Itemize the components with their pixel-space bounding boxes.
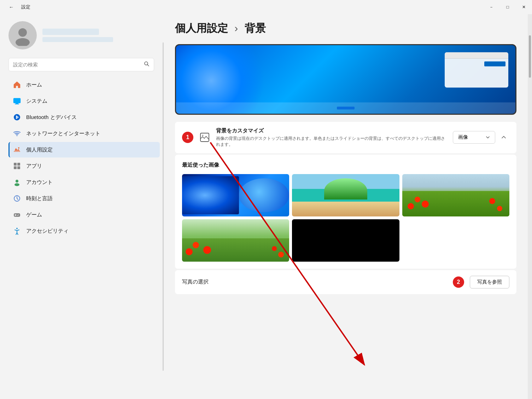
image-thumb-4[interactable]	[182, 219, 289, 262]
sidebar-item-label-network: ネットワークとインターネット	[26, 130, 100, 137]
svg-point-1	[16, 38, 30, 46]
sidebar-item-label-accounts: アカウント	[26, 179, 53, 186]
sidebar-item-label-gaming: ゲーム	[26, 212, 42, 218]
chevron-up-icon	[501, 135, 506, 140]
breadcrumb-parent: 個人用設定	[175, 22, 228, 34]
personalization-icon	[13, 145, 21, 154]
recent-images-section: 最近使った画像	[175, 155, 516, 269]
sidebar-item-system[interactable]: システム	[8, 93, 160, 109]
preview-window-titlebar	[445, 52, 508, 59]
image-thumb-1[interactable]	[182, 174, 289, 216]
dropdown-value: 画像	[458, 134, 468, 141]
svg-point-15	[14, 183, 19, 186]
background-row-text: 背景をカスタマイズ 画像の背景は現在のデスクトップに適用されます。単色またはスラ…	[216, 127, 447, 148]
scrollbar-thumb[interactable]	[529, 35, 531, 78]
svg-line-3	[147, 65, 149, 66]
sidebar-item-home[interactable]: ホーム	[8, 77, 160, 93]
sidebar-item-accessibility[interactable]: アクセシビリティ	[8, 223, 160, 239]
sidebar-item-bluetooth[interactable]: Bluetooth とデバイス	[8, 109, 160, 125]
browse-photos-button[interactable]: 写真を参照	[470, 276, 509, 288]
minimize-button[interactable]: －	[483, 0, 499, 14]
user-name	[42, 29, 99, 35]
photo-select-row: 写真の選択 2 写真を参照	[175, 270, 516, 294]
titlebar-title: 設定	[21, 4, 30, 10]
svg-point-9	[18, 147, 19, 149]
background-row-icon	[199, 132, 210, 143]
close-button[interactable]: ✕	[516, 0, 532, 14]
background-card: 1 背景をカスタマイズ 画像の背景は現在のデスクトップに適用されます。単色または…	[175, 122, 516, 153]
desktop-preview	[175, 44, 516, 115]
search-input[interactable]	[13, 62, 141, 67]
accounts-icon	[13, 178, 21, 186]
main-content: 個人用設定 › 背景 1	[164, 14, 528, 399]
svg-rect-13	[17, 166, 20, 169]
sidebar-item-apps[interactable]: アプリ	[8, 158, 160, 174]
annotation-2: 2	[453, 276, 464, 288]
sidebar-item-gaming[interactable]: ゲーム	[8, 207, 160, 222]
user-email	[42, 37, 113, 42]
preview-button	[484, 61, 505, 66]
sidebar-item-label-personalization: 個人用設定	[26, 147, 53, 153]
accessibility-icon	[13, 227, 21, 235]
sidebar-item-time[interactable]: 時刻と言語	[8, 191, 160, 206]
svg-point-22	[16, 228, 18, 229]
svg-rect-6	[15, 104, 19, 105]
photo-select-controls: 2 写真を参照	[453, 276, 509, 288]
preview-window	[445, 52, 508, 88]
user-profile	[8, 14, 163, 58]
sidebar-item-label-bluetooth: Bluetooth とデバイス	[26, 114, 77, 121]
svg-point-0	[18, 28, 27, 37]
background-controls: 画像	[453, 131, 509, 144]
time-icon	[13, 194, 21, 203]
sidebar: ホーム システム	[0, 14, 163, 399]
svg-point-8	[17, 135, 18, 136]
preview-taskbar	[176, 102, 515, 114]
svg-rect-4	[13, 98, 21, 103]
sidebar-item-label-system: システム	[26, 98, 47, 105]
sidebar-item-label-apps: アプリ	[26, 163, 42, 169]
sidebar-item-accounts[interactable]: アカウント	[8, 174, 160, 190]
home-icon	[13, 81, 21, 89]
system-icon	[13, 97, 21, 105]
taskbar-icon-1	[337, 107, 355, 109]
titlebar: ← 設定 － □ ✕	[0, 0, 532, 14]
back-button[interactable]: ←	[6, 1, 17, 13]
background-type-dropdown[interactable]: 画像	[453, 131, 495, 144]
scrollbar-track[interactable]	[528, 14, 532, 399]
sidebar-item-label-accessibility: アクセシビリティ	[26, 228, 69, 234]
background-row: 1 背景をカスタマイズ 画像の背景は現在のデスクトップに適用されます。単色または…	[175, 122, 516, 153]
svg-point-14	[16, 180, 18, 183]
image-thumb-2[interactable]	[292, 174, 399, 216]
network-icon	[13, 129, 21, 138]
preview-window-content	[445, 59, 508, 69]
svg-point-20	[18, 215, 19, 215]
image-grid	[182, 174, 509, 262]
user-info	[42, 29, 113, 42]
nav-section: ホーム システム	[8, 77, 163, 239]
preview-desktop-bg	[176, 45, 515, 114]
app-body: ホーム システム	[0, 14, 532, 399]
sidebar-item-label-home: ホーム	[26, 82, 42, 88]
search-icon	[144, 61, 150, 68]
svg-point-24	[202, 135, 204, 136]
annotation-1: 1	[182, 132, 193, 143]
svg-point-21	[17, 215, 18, 216]
titlebar-controls: － □ ✕	[483, 0, 532, 14]
image-thumb-3[interactable]	[402, 174, 509, 216]
collapse-button[interactable]	[498, 132, 509, 143]
breadcrumb-current: 背景	[245, 22, 266, 34]
maximize-button[interactable]: □	[499, 0, 516, 14]
background-title: 背景をカスタマイズ	[216, 127, 447, 134]
search-box[interactable]	[8, 58, 154, 71]
chevron-down-icon	[486, 135, 490, 139]
page-title: 個人用設定 › 背景	[175, 21, 516, 36]
gaming-icon	[13, 210, 21, 219]
image-thumb-5[interactable]	[292, 219, 399, 262]
bluetooth-icon	[13, 113, 21, 121]
image-thumb-1-content	[182, 176, 239, 214]
svg-rect-11	[17, 163, 20, 166]
breadcrumb-separator: ›	[234, 22, 241, 34]
sidebar-item-network[interactable]: ネットワークとインターネット	[8, 126, 160, 141]
sidebar-item-personalization[interactable]: 個人用設定	[8, 142, 160, 157]
titlebar-left: ← 設定	[6, 1, 30, 13]
